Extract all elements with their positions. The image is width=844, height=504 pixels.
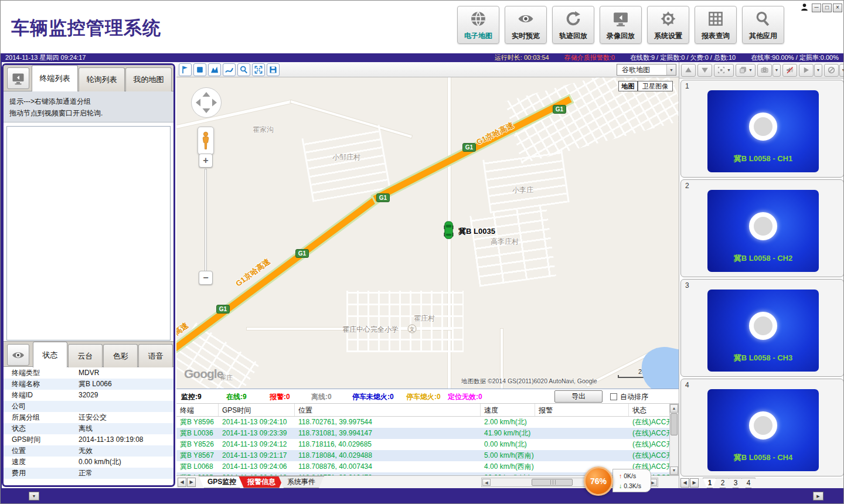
toolbar-track-button[interactable]: 轨迹回放 [552, 6, 594, 44]
tabs-scroll-left-button[interactable]: ◀ [178, 478, 186, 487]
video-page-tab-4[interactable]: 4 [741, 478, 755, 488]
table-row[interactable]: 冀B Y85672014-11-13 09:21:17118.718084, 4… [176, 450, 669, 461]
close-button[interactable]: × [833, 4, 842, 12]
table-vertical-scrollbar[interactable]: ▲ ▼ [669, 404, 679, 475]
sidebar-bottom-tab-3[interactable]: 色彩 [103, 344, 138, 368]
toolbar-report-button[interactable]: 报表查询 [695, 6, 737, 44]
video-layers-button[interactable]: ▼ [736, 64, 755, 77]
table-row[interactable]: 冀B L00362014-11-13 09:23:39118.731081, 3… [176, 428, 669, 439]
map-section: 谷歌地图 ▼ G1京哈高速 G1京哈高速 高速 G1G1G1G [176, 62, 679, 488]
video-cell[interactable]: 1冀B L0058 - CH1 [680, 80, 844, 178]
video-page-tab-3[interactable]: 3 [729, 478, 743, 488]
table-row[interactable]: 冀B Y85962014-11-13 09:24:10118.702761, 3… [176, 417, 669, 428]
tabs-scroll-right-button[interactable]: ▶ [187, 478, 196, 487]
scroll-left-icon[interactable]: ◀ [482, 479, 491, 486]
save-button[interactable] [267, 63, 280, 76]
video-cell[interactable]: 2冀B L0058 - CH2 [680, 179, 844, 277]
pages-scroll-right-button[interactable]: ▶ [690, 478, 699, 488]
video-screen[interactable]: 冀B L0058 - CH3 [707, 290, 819, 372]
zoom-out-button[interactable]: − [199, 271, 213, 285]
maptype-satellite-button[interactable]: 卫星图像 [638, 81, 673, 91]
highway-badge: G1 [553, 105, 566, 114]
column-header[interactable]: 报警 [535, 404, 629, 416]
polygon-button[interactable] [208, 63, 221, 76]
column-header[interactable]: 速度 [481, 404, 535, 416]
video-play-button[interactable] [799, 64, 814, 77]
chevron-down-icon[interactable]: ▼ [666, 64, 676, 75]
network-usage-badge[interactable]: 76% [584, 466, 613, 496]
toolbar-other-button[interactable]: 其他应用 [742, 6, 784, 44]
video-screen[interactable]: 冀B L0058 - CH1 [707, 90, 819, 172]
video-play-dropdown[interactable]: ▼ [814, 64, 822, 77]
block-icon [827, 66, 836, 74]
toolbar-emap-button[interactable]: 电子地图 [457, 6, 499, 44]
stop-button[interactable] [193, 63, 206, 76]
minimize-button[interactable]: ─ [812, 4, 821, 12]
scrollbar-thumb[interactable] [671, 413, 678, 435]
map-provider-select[interactable]: 谷歌地图 ▼ [617, 64, 676, 76]
tray-toggle-button[interactable]: ▼ [29, 492, 39, 500]
video-mute-button[interactable] [782, 64, 797, 77]
map-pan-control[interactable] [190, 87, 222, 118]
video-cell[interactable]: 4冀B L0058 - CH4 [680, 379, 844, 476]
video-screen[interactable]: 冀B L0058 - CH4 [707, 389, 819, 471]
property-row: GPS时间2014-11-13 09:19:08 [4, 434, 173, 445]
scrollbar-thumb[interactable] [532, 479, 573, 486]
eye-icon [11, 348, 25, 362]
panel-toggle-button[interactable]: ▶ [813, 492, 823, 500]
video-down-arrow-button[interactable] [697, 64, 712, 77]
video-screen[interactable]: 冀B L0058 - CH2 [707, 190, 819, 272]
export-button[interactable]: 导出 [554, 390, 603, 403]
column-header[interactable]: 终端 [176, 404, 219, 416]
video-block-button[interactable] [824, 64, 839, 77]
zoom-slider-track[interactable] [205, 169, 207, 272]
sidebar-bottom-tab-1[interactable]: 状态 [33, 342, 67, 368]
streetview-pegman-icon[interactable] [198, 127, 214, 155]
sidebar-tab-1[interactable]: 终端列表 [32, 65, 78, 91]
table-cell: 2014-11-13 09:21:17 [219, 450, 295, 461]
terminal-list-icon-button[interactable] [7, 67, 29, 89]
toolbar-settings-button[interactable]: 系统设置 [647, 6, 689, 44]
column-header[interactable]: GPS时间 [219, 404, 295, 416]
scroll-up-icon[interactable]: ▲ [670, 404, 678, 413]
video-block-dropdown[interactable]: ▼ [839, 64, 844, 77]
restore-button[interactable]: □ [822, 4, 832, 12]
window-controls: ─ □ × [800, 3, 842, 12]
video-camera-button[interactable] [757, 64, 772, 77]
tab-2[interactable]: 报警信息 [239, 476, 284, 488]
autosort-checkbox[interactable] [610, 393, 617, 400]
zoom-in-button[interactable]: + [199, 154, 213, 168]
zoom-button[interactable] [237, 63, 250, 76]
column-header[interactable]: 状态 [629, 404, 669, 416]
vehicle-marker-icon[interactable] [444, 221, 454, 240]
video-cell[interactable]: 3冀B L0058 - CH3 [680, 279, 844, 377]
toolbar-preview-button[interactable]: 实时预览 [505, 6, 547, 44]
sidebar-tab-3[interactable]: 我的地图 [125, 67, 172, 91]
sidebar-tab-2[interactable]: 轮询列表 [79, 67, 125, 91]
fullscreen-button[interactable] [252, 63, 265, 76]
user-icon[interactable] [800, 3, 811, 12]
pages-scroll-left-button[interactable]: ◀ [680, 478, 689, 488]
map-canvas[interactable]: G1京哈高速 G1京哈高速 高速 G1G1G1G1G1 霍家沟 小邹庄村 小李庄… [176, 77, 679, 389]
curve-button[interactable] [223, 63, 236, 76]
video-up-arrow-button[interactable] [681, 64, 696, 77]
video-screen-layout-button[interactable]: ▼ [714, 64, 734, 77]
upload-speed: 0K/s [624, 472, 636, 479]
status-panel-icon-button[interactable] [7, 344, 29, 366]
scroll-down-icon[interactable]: ▼ [670, 466, 678, 475]
flag-button[interactable] [179, 63, 192, 76]
table-row[interactable]: 冀B Y85262014-11-13 09:24:12118.718116, 4… [176, 439, 669, 450]
sidebar-bottom-tab-4[interactable]: 语音 [138, 344, 173, 368]
google-logo: Google [184, 367, 223, 381]
tab-3[interactable]: 系统事件 [278, 476, 324, 488]
column-header[interactable]: 位置 [295, 404, 481, 416]
terminal-properties: 终端类型MDVR终端名称冀B L0066终端ID32029公司所属分组迁安公交状… [4, 367, 173, 479]
tab-1[interactable]: GPS监控 [199, 476, 245, 488]
sidebar-bottom-tab-2[interactable]: 云台 [68, 344, 103, 368]
video-page-tab-1[interactable]: 1 [703, 478, 717, 488]
terminal-tree[interactable] [6, 126, 171, 340]
toolbar-playback-button[interactable]: 录像回放 [600, 6, 642, 44]
video-page-tab-2[interactable]: 2 [716, 478, 730, 488]
maptype-map-button[interactable]: 地图 [618, 81, 638, 91]
video-camera-dropdown[interactable]: ▼ [772, 64, 781, 77]
